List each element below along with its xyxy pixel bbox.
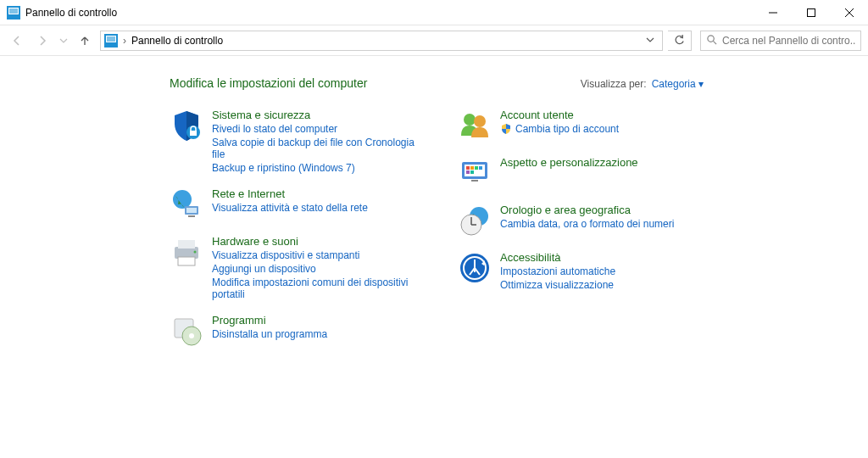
- control-panel-icon: [7, 6, 20, 20]
- category-programs: Programmi Disinstalla un programma: [170, 314, 424, 348]
- view-by: Visualizza per: Categoria ▾: [581, 78, 704, 90]
- category-body: Hardware e suoni Visualizza dispositivi …: [212, 235, 424, 300]
- search-box[interactable]: [700, 31, 861, 51]
- link-add-device[interactable]: Aggiungi un dispositivo: [212, 263, 424, 275]
- address-dropdown[interactable]: [642, 35, 659, 47]
- svg-point-25: [464, 114, 476, 126]
- link-optimize-display[interactable]: Ottimizza visualizzazione: [500, 279, 615, 291]
- category-body: Orologio e area geografica Cambia data, …: [500, 204, 674, 237]
- svg-point-26: [474, 115, 486, 127]
- svg-rect-31: [475, 166, 478, 170]
- category-body: Sistema e sicurezza Rivedi lo stato del …: [212, 109, 424, 174]
- close-button[interactable]: [830, 0, 868, 25]
- svg-rect-9: [107, 36, 115, 42]
- titlebar: Pannello di controllo: [0, 0, 868, 25]
- link-backup-restore[interactable]: Backup e ripristino (Windows 7): [212, 162, 424, 174]
- category-hardware: Hardware e suoni Visualizza dispositivi …: [170, 235, 424, 300]
- ease-of-access-icon: [458, 251, 492, 285]
- category-clock-region: Orologio e area geografica Cambia data, …: [458, 204, 712, 237]
- svg-line-11: [713, 41, 716, 44]
- clock-globe-icon: [458, 204, 492, 237]
- svg-rect-20: [178, 257, 195, 265]
- category-title[interactable]: Account utente: [500, 109, 619, 121]
- search-input[interactable]: [722, 35, 855, 47]
- navbar: › Pannello di controllo: [0, 25, 868, 56]
- chevron-down-icon: ▾: [698, 78, 704, 90]
- view-by-value-text: Categoria: [652, 78, 696, 90]
- chevron-right-icon[interactable]: ›: [123, 35, 126, 47]
- category-accounts: Account utente Cambia tipo di account: [458, 109, 712, 142]
- category-title[interactable]: Programmi: [212, 314, 327, 327]
- category-body: Account utente Cambia tipo di account: [500, 109, 619, 142]
- category-body: Rete e Internet Visualizza attività e st…: [212, 187, 368, 221]
- svg-rect-17: [188, 215, 195, 217]
- category-columns: Sistema e sicurezza Rivedi lo stato del …: [170, 109, 868, 348]
- category-appearance: Aspetto e personalizzazione: [458, 156, 712, 190]
- svg-rect-19: [178, 240, 195, 249]
- maximize-button[interactable]: [792, 0, 830, 25]
- category-network: Rete e Internet Visualizza attività e st…: [170, 187, 424, 221]
- page-header: Modifica le impostazioni del computer Vi…: [170, 76, 704, 90]
- svg-rect-2: [9, 8, 18, 14]
- category-title[interactable]: Accessibilità: [500, 251, 615, 264]
- link-auto-settings[interactable]: Impostazioni automatiche: [500, 265, 615, 277]
- user-accounts-icon: [458, 109, 492, 142]
- printer-icon: [170, 235, 203, 269]
- svg-rect-35: [471, 180, 478, 182]
- address-bar[interactable]: › Pannello di controllo: [100, 31, 663, 51]
- link-change-account-type[interactable]: Cambia tipo di account: [500, 123, 619, 135]
- svg-rect-34: [470, 170, 474, 174]
- category-title[interactable]: Hardware e suoni: [212, 235, 424, 248]
- personalization-icon: [458, 156, 492, 190]
- link-network-status[interactable]: Visualizza attività e stato della rete: [212, 202, 368, 214]
- svg-rect-13: [190, 131, 197, 136]
- category-body: Programmi Disinstalla un programma: [212, 314, 327, 348]
- content-area: Modifica le impostazioni del computer Vi…: [0, 56, 868, 348]
- breadcrumb-current[interactable]: Pannello di controllo: [131, 35, 223, 47]
- category-title[interactable]: Sistema e sicurezza: [212, 109, 424, 121]
- category-title[interactable]: Orologio e area geografica: [500, 204, 674, 216]
- recent-dropdown[interactable]: [58, 31, 70, 51]
- uac-shield-icon: [500, 123, 512, 135]
- link-mobility-settings[interactable]: Modifica impostazioni comuni dei disposi…: [212, 276, 424, 300]
- svg-rect-30: [470, 166, 474, 170]
- link-text: Cambia tipo di account: [515, 123, 619, 135]
- programs-disc-icon: [170, 314, 203, 348]
- control-panel-icon: [104, 34, 118, 47]
- svg-point-14: [173, 190, 192, 209]
- svg-point-10: [708, 35, 714, 41]
- view-by-label: Visualizza per:: [581, 78, 647, 90]
- category-title[interactable]: Rete e Internet: [212, 187, 368, 200]
- svg-rect-32: [479, 166, 482, 170]
- forward-button[interactable]: [32, 31, 53, 51]
- category-title[interactable]: Aspetto e personalizzazione: [500, 156, 638, 169]
- right-column: Account utente Cambia tipo di account As…: [458, 109, 712, 348]
- category-body: Accessibilità Impostazioni automatiche O…: [500, 251, 615, 291]
- svg-rect-16: [186, 208, 197, 213]
- minimize-button[interactable]: [754, 0, 792, 25]
- window-controls: [754, 0, 868, 25]
- window-title: Pannello di controllo: [25, 7, 117, 19]
- svg-rect-33: [466, 170, 470, 174]
- svg-rect-29: [466, 166, 470, 170]
- left-column: Sistema e sicurezza Rivedi lo stato del …: [170, 109, 424, 348]
- refresh-button[interactable]: [668, 31, 692, 51]
- link-file-history[interactable]: Salva copie di backup dei file con Crono…: [212, 137, 424, 160]
- link-uninstall[interactable]: Disinstalla un programma: [212, 328, 327, 340]
- category-body: Aspetto e personalizzazione: [500, 156, 638, 190]
- category-accessibility: Accessibilità Impostazioni automatiche O…: [458, 251, 712, 291]
- link-review-status[interactable]: Rivedi lo stato del computer: [212, 123, 424, 135]
- category-system-security: Sistema e sicurezza Rivedi lo stato del …: [170, 109, 424, 174]
- link-devices-printers[interactable]: Visualizza dispositivi e stampanti: [212, 249, 424, 261]
- page-title: Modifica le impostazioni del computer: [170, 76, 367, 90]
- shield-icon: [170, 109, 203, 142]
- view-by-value[interactable]: Categoria ▾: [652, 78, 704, 90]
- svg-point-24: [189, 333, 194, 338]
- link-date-time-format[interactable]: Cambia data, ora o formato dei numeri: [500, 218, 674, 230]
- svg-point-21: [194, 251, 197, 254]
- back-button[interactable]: [7, 31, 27, 51]
- search-icon: [706, 34, 717, 47]
- svg-rect-4: [807, 8, 815, 16]
- up-button[interactable]: [75, 31, 95, 51]
- globe-network-icon: [170, 187, 203, 221]
